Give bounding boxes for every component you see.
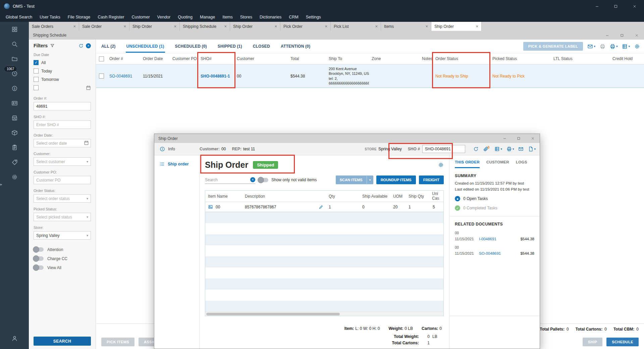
mail-icon[interactable] [518, 146, 524, 152]
tab-close-icon[interactable]: × [476, 24, 478, 29]
due-custom-checkbox[interactable] [34, 85, 39, 90]
charge-cc-toggle[interactable] [34, 256, 44, 261]
attention-toggle[interactable] [34, 247, 44, 252]
tab-close-icon[interactable]: × [174, 24, 176, 29]
doc-tab-pick-order[interactable]: Pick Order× [280, 22, 331, 31]
menu-settings[interactable]: Settings [302, 12, 325, 22]
tab-this-order[interactable]: THIS ORDER [455, 160, 480, 168]
picked-status-select[interactable]: Select picked status ▾ [34, 213, 91, 221]
customer-select[interactable]: Select customer ▾ [34, 157, 91, 166]
schedule-button[interactable]: SCHEDULE [606, 338, 639, 346]
sho-number-input-modal[interactable] [422, 145, 465, 153]
sho-number-link[interactable]: SHO-0048691-1 [201, 74, 230, 79]
due-today-checkbox[interactable] [34, 68, 39, 73]
item-qty[interactable]: 1 [326, 202, 360, 212]
panel-expander-icon[interactable]: ▸ [0, 182, 2, 187]
items-table-scrollbar[interactable] [205, 312, 443, 316]
nav-item-info[interactable]: Info [154, 146, 200, 152]
item-ship-qty[interactable]: 1 [406, 202, 430, 212]
due-all-option[interactable]: ✓ All [34, 58, 91, 67]
pick-generate-label-button[interactable]: PICK & GENERATE LABEL [523, 42, 583, 51]
modal-maximize-button[interactable] [512, 134, 526, 143]
printer-icon[interactable]: ▾ [610, 44, 618, 49]
order-number-input[interactable] [34, 102, 91, 110]
doc-tab-sale-orders[interactable]: Sale Orders× [29, 22, 79, 31]
completed-tasks-row[interactable]: ✓ 0 Completed Tasks [455, 205, 534, 211]
printer-icon[interactable]: ▾ [506, 146, 514, 152]
open-tasks-row[interactable]: ● 0 Open Tasks [455, 196, 534, 201]
select-all-checkbox[interactable] [99, 56, 104, 61]
items-table-row[interactable]: 00 85767867867867 1 0 20 1 5 [205, 202, 443, 212]
tab-unscheduled[interactable]: UNSCHEDULED (1) [126, 40, 165, 53]
not-valid-items-toggle[interactable] [258, 178, 268, 182]
menu-dictionaries[interactable]: Dictionaries [256, 12, 285, 22]
dashboard-icon[interactable] [0, 22, 29, 37]
due-all-checkbox[interactable]: ✓ [34, 60, 39, 65]
inner-maximize-button[interactable] [614, 31, 629, 40]
menu-quoting[interactable]: Quoting [174, 12, 196, 22]
menu-global-search[interactable]: Global Search [2, 12, 36, 22]
items-search-input[interactable] [205, 178, 250, 182]
tags-icon[interactable] [0, 155, 29, 169]
edit-pencil-icon[interactable] [319, 205, 323, 209]
payments-icon[interactable]: $ [0, 81, 29, 96]
order-status-select[interactable]: Select order status ▾ [34, 194, 91, 203]
tab-close-icon[interactable]: × [325, 24, 327, 29]
due-tomorrow-option[interactable]: Tomorrow [34, 75, 91, 84]
menu-stores[interactable]: Stores [236, 12, 256, 22]
modal-close-button[interactable] [526, 134, 540, 143]
doc-tab-pick-list[interactable]: Pick List× [331, 22, 381, 31]
refresh-icon[interactable] [473, 146, 479, 152]
user-icon[interactable] [0, 331, 29, 346]
files-icon[interactable] [0, 51, 29, 66]
scan-items-button[interactable]: SCAN ITEMS [336, 176, 367, 184]
export-grid-icon[interactable]: ▾ [622, 44, 630, 49]
label-printer-icon[interactable] [600, 44, 605, 49]
ship-button[interactable]: SHIP [583, 338, 602, 346]
filters-refresh-icon[interactable] [78, 43, 84, 48]
doc-tab-ship-order-1[interactable]: Ship Order× [129, 22, 180, 31]
invoice-link[interactable]: I-0048691 [479, 237, 496, 241]
mail-icon[interactable]: ▾ [587, 44, 595, 49]
menu-vendor[interactable]: Vendor [154, 12, 174, 22]
tab-shipped[interactable]: SHIPPED (1) [217, 40, 243, 53]
tab-closed[interactable]: CLOSED [252, 40, 271, 53]
view-all-toggle[interactable] [34, 265, 44, 270]
freight-button[interactable]: FREIGHT [419, 176, 444, 184]
row-checkbox[interactable] [99, 73, 104, 79]
tab-close-icon[interactable]: × [375, 24, 378, 29]
app-minimize-button[interactable] [588, 0, 606, 12]
tab-close-icon[interactable]: × [73, 24, 76, 29]
doc-tab-shipping-schedule[interactable]: Shipping Schedule× [180, 22, 230, 31]
doc-tab-sale-order[interactable]: Sale Order× [79, 22, 129, 31]
tab-close-icon[interactable]: × [224, 24, 227, 29]
inner-close-button[interactable] [629, 31, 644, 40]
pick-items-button[interactable]: PICK ITEMS [101, 338, 135, 346]
search-button[interactable]: SEARCH [34, 337, 91, 346]
menu-file-storage[interactable]: File Storage [64, 12, 94, 22]
sho-number-input[interactable] [34, 120, 91, 129]
tab-scheduled[interactable]: SCHEDULED (0) [174, 40, 208, 53]
order-date-input[interactable] [34, 139, 91, 147]
due-tomorrow-checkbox[interactable] [34, 77, 39, 82]
filters-clear-icon[interactable]: × [86, 43, 91, 48]
attachments-icon[interactable]: 0 [483, 146, 490, 152]
roundup-items-button[interactable]: ROUNDUP ITEMS [376, 176, 416, 184]
menu-manage[interactable]: Manage [196, 12, 219, 22]
calendar-icon[interactable] [84, 140, 89, 145]
due-custom-option[interactable] [34, 84, 91, 92]
doc-tab-ship-order-active[interactable]: Ship Order× [431, 22, 482, 31]
sale-order-link[interactable]: SO-0048691 [479, 251, 501, 255]
document-icon[interactable]: ▾ [528, 146, 536, 152]
app-close-button[interactable] [625, 0, 644, 12]
doc-tab-items[interactable]: Items× [381, 22, 431, 31]
modal-minimize-button[interactable] [497, 134, 512, 143]
search-clear-icon[interactable]: × [250, 177, 255, 182]
tab-customer[interactable]: CUSTOMER [486, 160, 509, 168]
menu-crm[interactable]: CRM [285, 12, 302, 22]
store-icon[interactable] [0, 110, 29, 125]
scrollbar-thumb[interactable] [206, 313, 340, 315]
order-number-link[interactable]: SO-0048691 [109, 74, 132, 79]
schedule-table-row[interactable]: SO-0048691 11/15/2021 SHO-0048691-1 00 $… [96, 64, 644, 88]
app-maximize-button[interactable] [606, 0, 625, 12]
